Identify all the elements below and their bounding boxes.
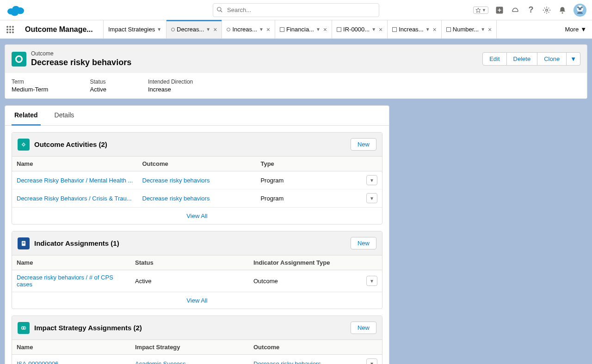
- isa-outcome-link[interactable]: Decrease risky behaviors: [253, 360, 321, 364]
- chevron-down-icon[interactable]: ▼: [426, 27, 430, 32]
- activity-outcome-link[interactable]: Decrease risky behaviors: [142, 177, 210, 184]
- header-utility-icons: ▼ ?: [473, 4, 586, 17]
- chevron-down-icon[interactable]: ▼: [206, 27, 210, 32]
- indicator-name-link[interactable]: Decrease risky behaviors / # of CPS case…: [17, 274, 113, 288]
- chevron-down-icon[interactable]: ▼: [157, 27, 161, 32]
- impact-strategy-assignments-card: Impact Strategy Assignments (2) New Name…: [12, 315, 382, 364]
- svg-marker-6: [476, 8, 481, 12]
- svg-point-15: [12, 26, 14, 28]
- svg-point-12: [581, 6, 583, 8]
- record-title: Decrease risky behaviors: [31, 58, 131, 67]
- help-icon[interactable]: ?: [526, 6, 536, 15]
- row-actions-button[interactable]: ▼: [366, 193, 377, 203]
- table-row: ISA-000000006Academic SuccessDecrease ri…: [12, 355, 382, 364]
- close-icon[interactable]: ×: [266, 26, 270, 33]
- tab-related[interactable]: Related: [12, 106, 41, 126]
- outcome-activities-icon: [18, 139, 30, 151]
- nav-impact-strategies[interactable]: Impact Strategies ▼: [104, 20, 166, 38]
- col-outcome: Outcome: [249, 340, 362, 355]
- status-value: Active: [90, 86, 106, 93]
- row-actions-button[interactable]: ▼: [366, 276, 377, 286]
- notification-bell-icon[interactable]: [558, 6, 567, 15]
- isa-name-link[interactable]: ISA-000000006: [17, 360, 58, 364]
- tab-label: Increas...: [399, 26, 423, 33]
- workspace-tab[interactable]: Increas...▼×: [388, 20, 442, 38]
- app-nav-bar: Outcome Manage... Impact Strategies ▼ De…: [0, 20, 592, 39]
- salesforce-help-icon[interactable]: [511, 6, 520, 15]
- workspace-tab[interactable]: Decreas...▼×: [166, 20, 222, 38]
- add-icon[interactable]: [495, 6, 504, 15]
- chevron-down-icon[interactable]: ▼: [259, 27, 264, 32]
- tab-label: Number...: [453, 26, 479, 33]
- col-name: Name: [12, 157, 137, 171]
- activity-name-link[interactable]: Decrease Risky Behavior / Mental Health …: [17, 177, 133, 184]
- indicator-status: Active: [130, 270, 249, 292]
- search-input[interactable]: [213, 3, 379, 17]
- row-actions-button[interactable]: ▼: [366, 358, 377, 364]
- tab-label: IR-0000...: [343, 26, 370, 33]
- activity-outcome-link[interactable]: Decrease risky behaviors: [142, 195, 210, 202]
- global-search: [213, 3, 379, 17]
- svg-point-13: [6, 26, 8, 28]
- row-actions-button[interactable]: ▼: [366, 175, 377, 185]
- status-label: Status: [90, 79, 106, 85]
- new-impact-strategy-assignment-button[interactable]: New: [351, 322, 376, 334]
- user-avatar[interactable]: [574, 4, 586, 17]
- close-icon[interactable]: ×: [433, 26, 437, 33]
- view-all-indicator-assignments[interactable]: View All: [186, 297, 207, 304]
- close-icon[interactable]: ×: [323, 26, 327, 33]
- delete-button[interactable]: Delete: [507, 52, 538, 66]
- tab-label: Increas...: [232, 26, 257, 33]
- direction-label: Intended Direction: [148, 79, 193, 85]
- close-icon[interactable]: ×: [213, 26, 217, 33]
- nav-more-label: More: [565, 26, 579, 33]
- svg-rect-25: [23, 243, 25, 243]
- svg-line-5: [221, 10, 222, 12]
- term-label: Term: [12, 79, 48, 85]
- record-square-icon: [280, 27, 284, 32]
- record-more-actions[interactable]: ▼: [567, 52, 580, 66]
- table-row: Decrease Risky Behavior / Mental Health …: [12, 171, 382, 189]
- edit-button[interactable]: Edit: [482, 52, 506, 66]
- outcome-icon: [12, 52, 26, 67]
- related-panel: Related Details Outcome Activities (2) N…: [5, 105, 389, 364]
- workspace-tab[interactable]: Financia...▼×: [275, 20, 332, 38]
- workspace-tab[interactable]: Increas...▼×: [222, 20, 275, 38]
- new-outcome-activity-button[interactable]: New: [351, 138, 376, 151]
- record-tabs: Related Details: [5, 106, 389, 126]
- activity-name-link[interactable]: Decrease Risky Behaviors / Crisis & Trau…: [17, 195, 132, 202]
- col-name: Name: [12, 340, 130, 355]
- isa-strategy-link[interactable]: Academic Success: [135, 360, 186, 364]
- chevron-down-icon[interactable]: ▼: [371, 27, 376, 32]
- svg-rect-24: [23, 242, 25, 243]
- workspace-tab[interactable]: Number...▼×: [442, 20, 497, 38]
- indicator-type: Outcome: [249, 270, 362, 292]
- svg-point-18: [12, 29, 14, 30]
- svg-point-10: [579, 7, 581, 10]
- svg-point-9: [562, 12, 563, 13]
- table-row: Decrease risky behaviors / # of CPS case…: [12, 270, 382, 292]
- svg-point-11: [577, 6, 579, 8]
- close-icon[interactable]: ×: [488, 26, 492, 33]
- tab-details[interactable]: Details: [52, 106, 77, 125]
- col-strategy: Impact Strategy: [130, 340, 249, 355]
- indicator-assignments-card: Indicator Assignments (1) New Name Statu…: [12, 231, 382, 309]
- view-all-outcome-activities[interactable]: View All: [186, 212, 207, 219]
- global-header: ▼ ?: [0, 0, 592, 20]
- direction-value: Increase: [148, 86, 193, 93]
- workspace-tab[interactable]: IR-0000...▼×: [332, 20, 388, 38]
- close-icon[interactable]: ×: [379, 26, 382, 33]
- setup-gear-icon[interactable]: [542, 6, 551, 15]
- col-type: Type: [256, 157, 362, 171]
- new-indicator-assignment-button[interactable]: New: [351, 237, 376, 249]
- app-launcher-icon[interactable]: [0, 20, 20, 38]
- record-square-icon: [392, 27, 397, 32]
- chevron-down-icon[interactable]: ▼: [316, 27, 321, 32]
- favorites-button[interactable]: ▼: [473, 6, 488, 14]
- svg-point-16: [6, 29, 8, 30]
- svg-point-19: [6, 31, 8, 33]
- clone-button[interactable]: Clone: [537, 52, 567, 66]
- nav-more[interactable]: More ▼: [560, 20, 592, 38]
- chevron-down-icon[interactable]: ▼: [481, 27, 485, 32]
- svg-point-4: [217, 7, 221, 11]
